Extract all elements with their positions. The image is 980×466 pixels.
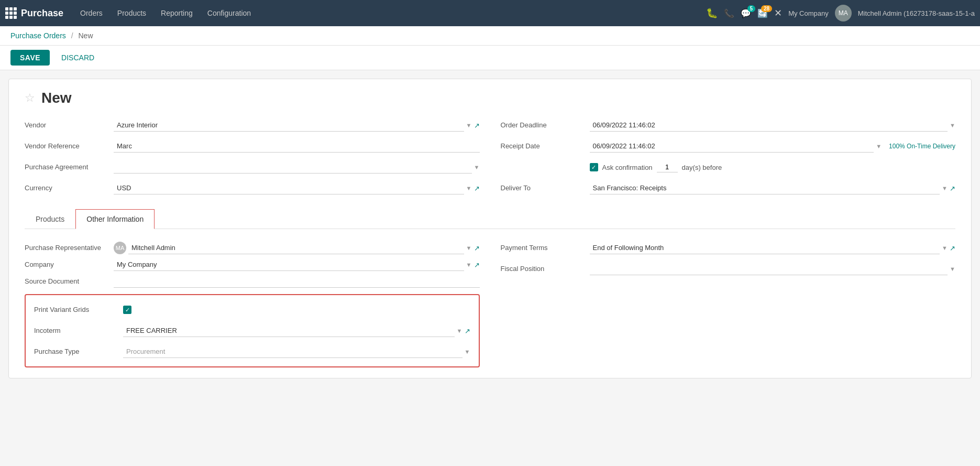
tab-other-info[interactable]: Other Information	[75, 209, 155, 229]
menu-configuration[interactable]: Configuration	[201, 6, 257, 20]
purchase-rep-value: MA ▼ ↗	[114, 242, 480, 254]
payment-terms-select[interactable]: ▼ ↗	[590, 242, 956, 254]
company-name: My Company	[788, 9, 829, 17]
currency-select[interactable]: ▼ ↗	[114, 182, 480, 194]
avatar[interactable]: MA	[835, 5, 852, 21]
purchase-agreement-select[interactable]: ▼	[114, 161, 480, 174]
purchase-rep-select[interactable]: MA ▼ ↗	[114, 242, 480, 254]
payment-terms-input[interactable]	[590, 242, 940, 254]
fiscal-position-value: ▼	[590, 263, 956, 275]
deliver-to-external-link-icon[interactable]: ↗	[950, 185, 955, 192]
company-input[interactable]	[114, 258, 464, 271]
app-logo[interactable]: Purchase	[5, 7, 69, 19]
breadcrumb: Purchase Orders / New	[0, 26, 980, 46]
menu-products[interactable]: Products	[111, 6, 152, 20]
menu-reporting[interactable]: Reporting	[155, 6, 199, 20]
purchase-agreement-input[interactable]	[114, 161, 472, 174]
purchase-rep-external-link-icon[interactable]: ↗	[474, 244, 480, 252]
vendor-ref-input[interactable]	[114, 140, 480, 153]
save-button[interactable]: SAVE	[10, 50, 50, 66]
menu-orders[interactable]: Orders	[74, 6, 109, 20]
vendor-label: Vendor	[25, 121, 114, 130]
tab-products[interactable]: Products	[25, 209, 75, 229]
purchase-rep-input[interactable]	[128, 242, 464, 254]
breadcrumb-parent[interactable]: Purchase Orders	[10, 31, 66, 40]
order-deadline-value: ▼	[590, 119, 956, 132]
company-value: ▼ ↗	[114, 258, 480, 271]
ask-confirmation-row: ✓ Ask confirmation day(s) before	[501, 159, 956, 176]
incoterm-select[interactable]: ▼ ↗	[123, 324, 470, 337]
currency-row: Currency ▼ ↗	[25, 180, 480, 197]
discard-button[interactable]: DISCARD	[55, 50, 101, 66]
print-variant-value: ✓	[123, 306, 470, 314]
incoterm-label: Incoterm	[34, 326, 123, 335]
debug-icon[interactable]: 🐛	[706, 7, 718, 19]
deliver-to-select[interactable]: ▼ ↗	[590, 182, 956, 194]
currency-external-link-icon[interactable]: ↗	[474, 185, 480, 192]
deliver-to-row: Deliver To ▼ ↗	[501, 180, 956, 197]
print-variant-label: Print Variant Grids	[34, 305, 123, 315]
order-deadline-input[interactable]	[590, 119, 948, 132]
close-icon[interactable]: ✕	[774, 7, 782, 19]
purchase-type-dropdown-icon: ▼	[465, 349, 470, 355]
purchase-rep-label: Purchase Representative	[25, 243, 114, 253]
order-deadline-select[interactable]: ▼	[590, 119, 956, 132]
deliver-to-input[interactable]	[590, 182, 940, 194]
payment-terms-external-link-icon[interactable]: ↗	[950, 244, 955, 252]
favorite-star-icon[interactable]: ☆	[25, 91, 35, 105]
tab-content-other-info: Purchase Representative MA ▼ ↗ Company	[25, 240, 955, 367]
incoterm-external-link-icon[interactable]: ↗	[465, 327, 470, 335]
print-variant-checkbox[interactable]: ✓	[123, 306, 131, 314]
purchase-agreement-label: Purchase Agreement	[25, 162, 114, 172]
payment-terms-label: Payment Terms	[501, 243, 590, 253]
company-external-link-icon[interactable]: ↗	[474, 261, 480, 269]
company-select[interactable]: ▼ ↗	[114, 258, 480, 271]
clock-badge: 28	[761, 5, 772, 12]
purchase-type-input[interactable]	[123, 345, 463, 358]
ontime-badge: 100% On-Time Delivery	[889, 143, 955, 150]
incoterm-value: ▼ ↗	[123, 324, 470, 337]
currency-input[interactable]	[114, 182, 464, 194]
messages-badge: 5	[747, 5, 756, 12]
purchase-agreement-row: Purchase Agreement ▼	[25, 159, 480, 176]
days-before-text: day(s) before	[682, 164, 722, 171]
purchase-rep-avatar: MA	[114, 242, 126, 254]
clock-icon[interactable]: 🔄 28	[757, 8, 768, 18]
form-grid: Vendor ▼ ↗ Vendor Reference Purchase Agr…	[25, 117, 955, 197]
source-doc-input[interactable]	[114, 275, 480, 288]
receipt-date-value: ▼ 100% On-Time Delivery	[590, 140, 956, 153]
receipt-date-label: Receipt Date	[501, 142, 590, 151]
record-title: New	[41, 90, 72, 106]
ask-confirmation-container: ✓ Ask confirmation day(s) before	[590, 159, 722, 176]
purchase-agreement-value: ▼	[114, 161, 480, 174]
payment-terms-row: Payment Terms ▼ ↗	[501, 240, 956, 256]
tabs: Products Other Information	[25, 209, 955, 229]
payment-terms-dropdown-icon: ▼	[942, 245, 948, 251]
fiscal-position-select[interactable]: ▼	[590, 263, 956, 275]
fiscal-position-row: Fiscal Position ▼	[501, 261, 956, 277]
purchase-type-value: ▼	[123, 345, 470, 358]
purchase-rep-dropdown-icon: ▼	[466, 245, 472, 251]
breadcrumb-separator: /	[71, 31, 73, 40]
purchase-rep-row: Purchase Representative MA ▼ ↗	[25, 240, 480, 256]
vendor-external-link-icon[interactable]: ↗	[474, 122, 480, 129]
currency-dropdown-icon: ▼	[466, 185, 472, 191]
purchase-type-row: Purchase Type ▼	[34, 343, 470, 360]
receipt-date-row: Receipt Date ▼ 100% On-Time Delivery	[501, 138, 956, 155]
phone-icon[interactable]: 📞	[724, 8, 734, 18]
fiscal-position-input[interactable]	[590, 263, 948, 275]
messages-icon[interactable]: 💬 5	[741, 8, 751, 18]
incoterm-input[interactable]	[123, 324, 455, 337]
ask-confirmation-checkbox[interactable]: ✓	[590, 163, 598, 171]
vendor-dropdown-icon: ▼	[466, 122, 472, 128]
vendor-input[interactable]	[114, 119, 464, 132]
receipt-date-input[interactable]	[590, 140, 874, 153]
receipt-date-select[interactable]: ▼	[590, 140, 882, 153]
vendor-select[interactable]: ▼ ↗	[114, 119, 480, 132]
ask-confirmation-days-input[interactable]	[657, 162, 678, 172]
deliver-to-dropdown-icon: ▼	[942, 185, 948, 191]
other-info-right: Payment Terms ▼ ↗ Fiscal Position ▼	[501, 240, 956, 367]
company-dropdown-icon: ▼	[466, 262, 472, 268]
purchase-type-select[interactable]: ▼	[123, 345, 470, 358]
form-right: Order Deadline ▼ Receipt Date ▼ 100% On-…	[501, 117, 956, 197]
